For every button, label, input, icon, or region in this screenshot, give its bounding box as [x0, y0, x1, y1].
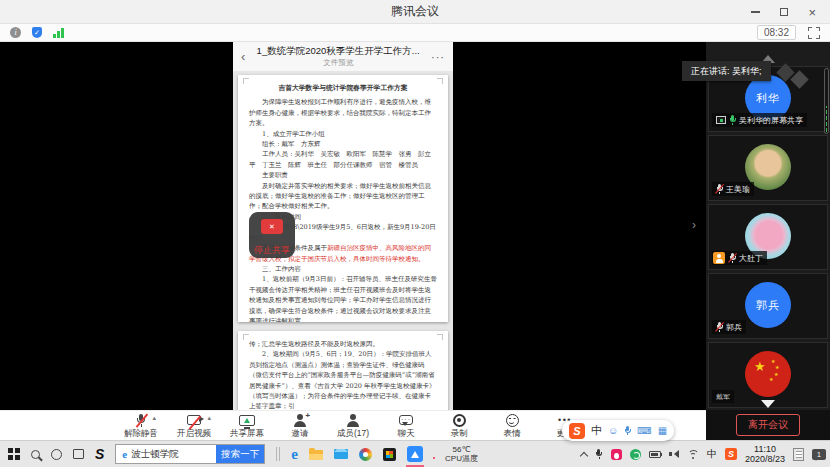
tencent-meeting-taskbar-icon[interactable]: [407, 446, 423, 465]
invite-button[interactable]: + 邀请: [280, 413, 320, 438]
participant-name: 吴利华的屏幕共享: [739, 115, 803, 126]
notification-center-icon[interactable]: 1: [812, 449, 826, 460]
back-chevron-icon[interactable]: ‹: [241, 49, 245, 64]
host-badge-icon: [713, 252, 725, 264]
meeting-timer: 08:32: [757, 25, 796, 40]
stop-share-overlay[interactable]: ✕ 停止共享: [249, 212, 295, 258]
windows-taskbar: S e 波士顿学院 搜索一下 e 56℃ CPU温度: [0, 440, 830, 467]
tencent-meeting-window: 腾讯会议 × i ✓ 08:32 ‹ 1_数统学院2020秋季学生开学工: [0, 0, 830, 467]
leave-strip: 离开会议: [706, 410, 830, 440]
participants-panel: 利华 吴利华的屏幕共享 王美瑜: [706, 42, 830, 410]
maximize-icon[interactable]: [780, 8, 788, 16]
video-options-caret-icon[interactable]: ▴: [207, 414, 211, 422]
audio-level-meter: [824, 68, 829, 134]
start-button-icon[interactable]: [8, 448, 20, 460]
cortana-icon[interactable]: [51, 449, 62, 460]
doc-paragraph: 为保障学生返校报到工作顺利有序进行，避免疫情入校，维护师生身心健康，根据学校要求…: [249, 97, 437, 128]
stop-share-label[interactable]: 停止共享: [254, 244, 290, 257]
taskbar-search-box[interactable]: e 波士顿学院 搜索一下: [115, 444, 265, 464]
window-controls: ×: [737, 0, 830, 24]
share-screen-button[interactable]: 共享屏幕: [227, 413, 267, 438]
doc-paragraph: 1、返校前期（9月3日前）：召开辅导员、班主任及研究生骨干视频会传达开学相关精神…: [249, 274, 437, 322]
network-signal-icon[interactable]: [53, 28, 64, 38]
ime-mode-indicator[interactable]: 中: [591, 423, 602, 438]
sogou-tray-icon[interactable]: S: [725, 448, 737, 460]
doc-paragraph: 三、工作内容: [249, 264, 437, 274]
taskbar-search-icon[interactable]: [31, 450, 40, 459]
tray-green-app-icon[interactable]: [630, 449, 641, 460]
panel-expand-chevron-icon[interactable]: ›: [692, 218, 696, 232]
tray-pink-app-icon[interactable]: [611, 449, 622, 460]
participant-name: 郭兵: [726, 322, 742, 333]
mic-on-icon: [729, 115, 736, 125]
file-explorer-icon[interactable]: [309, 450, 323, 460]
video-tile[interactable]: 大肚丁: [708, 204, 828, 270]
edge-browser-icon[interactable]: e: [291, 447, 298, 462]
document-subtitle: 文件预览: [249, 58, 427, 68]
scroll-down-arrow-icon[interactable]: [761, 400, 775, 408]
browser-360-icon[interactable]: [359, 448, 372, 461]
video-tile[interactable]: 郭兵 郭兵: [708, 273, 828, 339]
taskbar-clock[interactable]: 11:10 2020/8/23: [745, 444, 785, 464]
ime-emoji-icon[interactable]: ☺: [608, 426, 618, 436]
task-view-icon[interactable]: [73, 449, 84, 459]
volume-icon[interactable]: [669, 449, 679, 459]
sticky-note-icon[interactable]: [793, 448, 804, 461]
search-query-text[interactable]: 波士顿学院: [131, 448, 216, 461]
wifi-icon[interactable]: [687, 449, 699, 459]
members-icon: [346, 414, 360, 427]
ime-toolbox-icon[interactable]: ▦: [658, 426, 667, 436]
participant-label: 王美瑜: [712, 182, 754, 196]
document-page-2: 传；汇总学生返校路径及不能及时返校原因。 2、返校期间（9月5、6日；19、20…: [238, 331, 448, 410]
taskbar-separator: [276, 447, 277, 461]
star-icon: ★: [754, 359, 766, 374]
battery-icon[interactable]: [649, 451, 661, 458]
speaking-toast: 正在讲话: 吴利华;: [682, 61, 771, 81]
doc-heading: 吉首大学数学与统计学院春季开学工作方案: [249, 83, 437, 93]
minimize-icon[interactable]: [751, 11, 760, 13]
window-title: 腾讯会议: [391, 3, 439, 20]
unmute-button[interactable]: ▴ 解除静音: [121, 413, 161, 438]
flag-avatar: ★ ★ ★ ★ ★: [745, 351, 791, 397]
emoji-button[interactable]: 表情: [492, 413, 532, 438]
participant-label: 戴军: [712, 390, 734, 403]
members-button[interactable]: 成员(17): [333, 413, 373, 438]
mic-muted-icon: [716, 184, 723, 194]
tray-expand-chevron-icon[interactable]: [580, 451, 588, 459]
ime-voice-icon[interactable]: [624, 426, 631, 436]
meeting-status-bar: i ✓ 08:32: [0, 24, 830, 42]
document-more-icon[interactable]: ···: [431, 51, 445, 63]
close-icon[interactable]: ×: [808, 6, 816, 19]
doc-paragraph: 及时确定并落实学校的相关要求；做好学生返校前相关信息的摸底；做好学生返校的准备工…: [249, 181, 437, 212]
ime-keyboard-icon[interactable]: ⌨: [637, 426, 651, 436]
sogou-logo-icon[interactable]: S: [569, 423, 585, 439]
ime-toolbar[interactable]: S 中 ☺ ⌨ ▦: [562, 420, 674, 441]
record-button[interactable]: 录制: [439, 413, 479, 438]
tray-mic-icon[interactable]: [595, 449, 603, 460]
avatar: 郭兵: [745, 282, 791, 328]
app-icon-s[interactable]: S: [95, 447, 104, 461]
smiley-icon: [506, 414, 519, 427]
shared-screen-area: ‹ 1_数统学院2020秋季学生开学工作方... 文件预览 ··· 吉首大学数学…: [0, 42, 706, 410]
ime-language-indicator[interactable]: 中: [707, 447, 717, 461]
video-tile[interactable]: 王美瑜: [708, 135, 828, 201]
mic-muted-icon: [729, 253, 736, 263]
mic-options-caret-icon[interactable]: ▴: [152, 414, 156, 422]
fullscreen-icon[interactable]: [808, 27, 820, 39]
microsoft-store-icon[interactable]: [383, 448, 396, 461]
chat-button[interactable]: ··· 聊天: [386, 413, 426, 438]
document-header: ‹ 1_数统学院2020秋季学生开学工作方... 文件预览 ···: [233, 42, 453, 72]
start-video-button[interactable]: ▴ 开启视频: [174, 413, 214, 438]
browser-e-icon: e: [122, 448, 127, 460]
leave-meeting-button[interactable]: 离开会议: [736, 414, 800, 436]
doc-paragraph: 1、成立开学工作小组: [249, 129, 437, 139]
camera-off-icon: [187, 415, 201, 425]
sharing-screen-icon: ✕: [261, 219, 283, 234]
search-submit-button[interactable]: 搜索一下: [216, 444, 264, 464]
document-page-1: 吉首大学数学与统计学院春季开学工作方案 为保障学生返校报到工作顺利有序进行，避免…: [238, 75, 448, 322]
mail-app-icon[interactable]: [334, 449, 348, 459]
clock-time: 11:10: [745, 444, 785, 454]
meeting-info-icon[interactable]: i: [10, 27, 21, 38]
video-tile[interactable]: ★ ★ ★ ★ ★ 戴军: [708, 342, 828, 408]
security-shield-icon[interactable]: ✓: [32, 27, 42, 38]
